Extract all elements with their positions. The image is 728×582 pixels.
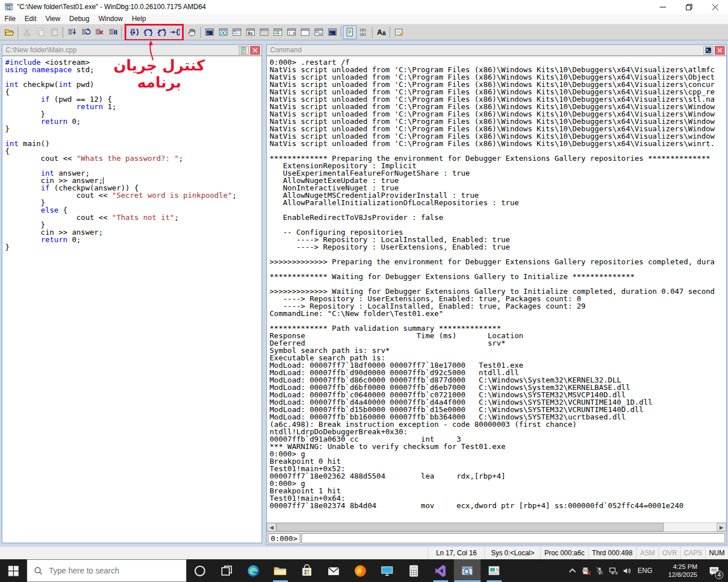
language-indicator[interactable]: ENG xyxy=(634,559,656,582)
menu-file[interactable]: File xyxy=(0,14,20,24)
svg-text:{: { xyxy=(156,28,161,37)
toolbar-separator xyxy=(372,27,373,38)
toolbar-source-mode-on-button[interactable] xyxy=(343,26,357,39)
status-bar: Ln 17, Col 16Sys 0:<Local>Proc 000:a6cTh… xyxy=(0,547,728,559)
clock-time: 4:25 PM xyxy=(673,563,697,571)
toolbar-step-out-button[interactable]: {} xyxy=(154,26,168,39)
mic-muted[interactable] xyxy=(593,559,606,582)
source-editor[interactable]: #include <iostream>using namespace std;i… xyxy=(2,56,262,543)
scroll-left-arrow[interactable]: ◀ xyxy=(267,523,276,531)
toolbar-run-to-cursor-button[interactable]: {} xyxy=(168,26,181,39)
taskbar-windbg[interactable] xyxy=(454,559,481,582)
minimize-button[interactable] xyxy=(650,0,676,14)
command-close-button[interactable] xyxy=(715,46,725,55)
svg-text:A: A xyxy=(382,31,386,36)
taskbar-edge[interactable] xyxy=(240,559,267,582)
toolbar-source-mode-off-button[interactable]: 101101 xyxy=(357,26,370,39)
menu-edit[interactable]: Edit xyxy=(20,14,41,24)
taskbar-start-button[interactable] xyxy=(0,559,27,582)
file-explorer-icon xyxy=(273,564,287,578)
break-icon xyxy=(108,27,118,37)
search-input[interactable] xyxy=(27,560,186,581)
taskbar-calculator[interactable] xyxy=(400,559,427,582)
status-caps: CAPS xyxy=(680,547,705,559)
mic-muted-icon xyxy=(595,566,605,576)
toolbar-separator xyxy=(121,27,122,38)
menu-view[interactable]: View xyxy=(41,14,65,24)
tray-chevron[interactable] xyxy=(565,559,579,582)
taskbar-search-box[interactable] xyxy=(27,559,187,582)
menu-bar: FileEditViewDebugWindowHelp xyxy=(0,14,728,24)
network[interactable] xyxy=(606,559,620,582)
win-locals-icon xyxy=(232,27,242,37)
status-asm: ASM xyxy=(636,547,659,559)
printer-offline-icon xyxy=(581,566,591,576)
menu-help[interactable]: Help xyxy=(127,14,151,24)
tray-chevron-icon xyxy=(568,566,577,576)
taskbar-visual-studio[interactable] xyxy=(427,559,454,582)
win-scratch-icon xyxy=(300,27,310,37)
toolbar-command-window-button[interactable]: >_ xyxy=(202,26,216,39)
toolbar-calls-window-button[interactable] xyxy=(271,26,284,39)
taskbar-cortana-button[interactable] xyxy=(187,559,213,582)
status-sys-0-local-: Sys 0:<Local> xyxy=(485,547,540,559)
toolbar-break-button[interactable] xyxy=(106,26,119,39)
toolbar-options-button[interactable] xyxy=(392,26,406,39)
svg-text:1.0: 1.0 xyxy=(288,31,295,36)
restore-button[interactable] xyxy=(676,0,702,14)
taskbar-this-pc[interactable] xyxy=(374,559,400,582)
task-view-button-icon xyxy=(220,564,234,578)
menu-debug[interactable]: Debug xyxy=(65,14,94,24)
toolbar-step-over-button[interactable]: {} xyxy=(140,26,154,39)
toolbar-registers-window-button[interactable]: 0x xyxy=(243,26,257,39)
command-float-button[interactable] xyxy=(704,46,713,55)
toolbar-scratch-pad-button[interactable] xyxy=(298,26,312,39)
source-pane-title: C:\New folder\Main.cpp xyxy=(6,46,77,54)
taskbar-mail[interactable] xyxy=(320,559,347,582)
command-pane: Command 0:000> .restart /f NatVis script… xyxy=(266,44,727,545)
toolbar-pause-button[interactable] xyxy=(185,26,198,39)
command-input[interactable] xyxy=(301,533,725,543)
volume[interactable] xyxy=(620,559,634,582)
taskbar-microsoft-store[interactable] xyxy=(293,559,320,582)
taskbar-task-view-button[interactable] xyxy=(213,559,240,582)
status-num: NUM xyxy=(705,547,728,559)
taskbar-app-window[interactable] xyxy=(481,559,507,582)
calculator-icon xyxy=(407,564,421,578)
taskbar-file-explorer[interactable] xyxy=(267,559,293,582)
source-close-button[interactable] xyxy=(250,46,260,55)
toolbar-cut-button[interactable] xyxy=(20,26,34,39)
toolbar-open-source-file-button[interactable] xyxy=(2,26,16,39)
svg-text:0x: 0x xyxy=(247,31,253,36)
toolbar-memory-window-button[interactable] xyxy=(257,26,271,39)
source-pane-titlebar: C:\New folder\Main.cpp xyxy=(2,45,262,56)
taskbar-firefox[interactable] xyxy=(347,559,374,582)
horizontal-scrollbar[interactable]: ◀ ▶ xyxy=(267,522,726,531)
toolbar-command-browser-button[interactable]: >_ xyxy=(325,26,339,39)
toolbar-font-button[interactable]: AA xyxy=(374,26,388,39)
scrollbar-track[interactable] xyxy=(276,523,717,531)
search-icon xyxy=(34,566,43,576)
toolbar-processes-window-button[interactable] xyxy=(312,26,325,39)
scrollbar-thumb[interactable] xyxy=(276,523,664,531)
printer-offline[interactable] xyxy=(579,559,593,582)
toolbar-disassembly-window-button[interactable]: 1.0 xyxy=(284,26,298,39)
toolbar-restart-button[interactable] xyxy=(78,26,92,39)
toolbar-watch-window-button[interactable] xyxy=(216,26,230,39)
source-format-button[interactable] xyxy=(239,46,249,55)
paste-icon xyxy=(49,27,59,37)
toolbar-paste-button[interactable] xyxy=(47,26,61,39)
toolbar-go-button[interactable] xyxy=(65,26,78,39)
scroll-right-arrow[interactable]: ▶ xyxy=(717,523,726,531)
toolbar-locals-window-button[interactable] xyxy=(230,26,243,39)
close-button[interactable] xyxy=(702,0,728,14)
toolbar-copy-button[interactable] xyxy=(34,26,47,39)
step-over-icon: {} xyxy=(143,27,152,37)
notification-center-button[interactable]: 4 xyxy=(700,559,728,582)
taskbar-clock[interactable]: 4:25 PM12/8/2025 xyxy=(656,559,700,582)
status-thrd-000-498: Thrd 000:498 xyxy=(588,547,636,559)
menu-window[interactable]: Window xyxy=(94,14,127,24)
win-disasm-icon: 1.0 xyxy=(287,27,296,37)
toolbar-stop-debugging-button[interactable] xyxy=(92,26,106,39)
toolbar-step-into-button[interactable]: {} xyxy=(127,26,140,39)
